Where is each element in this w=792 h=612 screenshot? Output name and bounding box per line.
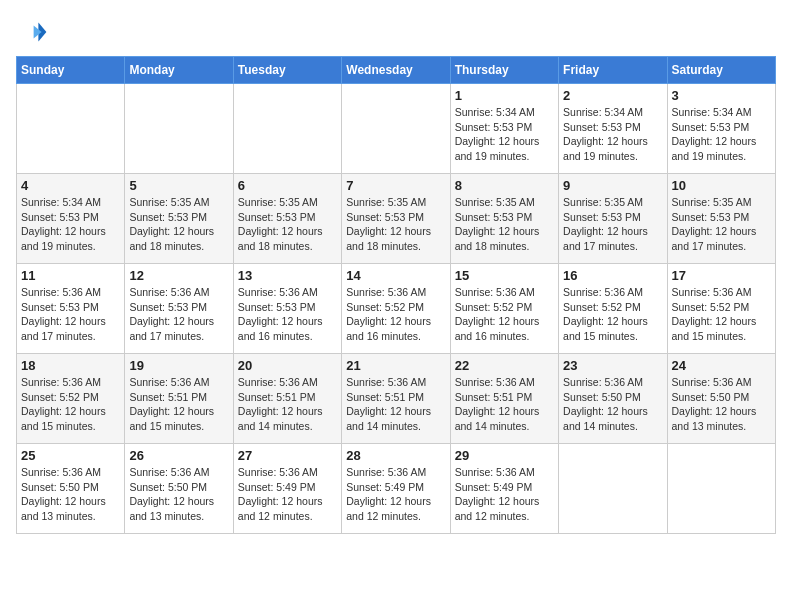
day-info: Sunrise: 5:34 AM Sunset: 5:53 PM Dayligh… bbox=[21, 195, 120, 254]
day-info: Sunrise: 5:36 AM Sunset: 5:51 PM Dayligh… bbox=[346, 375, 445, 434]
day-info: Sunrise: 5:36 AM Sunset: 5:51 PM Dayligh… bbox=[129, 375, 228, 434]
day-info: Sunrise: 5:35 AM Sunset: 5:53 PM Dayligh… bbox=[455, 195, 554, 254]
day-number: 15 bbox=[455, 268, 554, 283]
day-info: Sunrise: 5:35 AM Sunset: 5:53 PM Dayligh… bbox=[238, 195, 337, 254]
generalblue-logo-icon bbox=[16, 16, 48, 48]
day-info: Sunrise: 5:36 AM Sunset: 5:51 PM Dayligh… bbox=[455, 375, 554, 434]
calendar-cell: 7Sunrise: 5:35 AM Sunset: 5:53 PM Daylig… bbox=[342, 174, 450, 264]
day-number: 13 bbox=[238, 268, 337, 283]
day-info: Sunrise: 5:36 AM Sunset: 5:52 PM Dayligh… bbox=[455, 285, 554, 344]
calendar-cell: 11Sunrise: 5:36 AM Sunset: 5:53 PM Dayli… bbox=[17, 264, 125, 354]
week-row-2: 4Sunrise: 5:34 AM Sunset: 5:53 PM Daylig… bbox=[17, 174, 776, 264]
logo bbox=[16, 16, 52, 48]
day-info: Sunrise: 5:36 AM Sunset: 5:49 PM Dayligh… bbox=[346, 465, 445, 524]
day-info: Sunrise: 5:35 AM Sunset: 5:53 PM Dayligh… bbox=[346, 195, 445, 254]
day-info: Sunrise: 5:36 AM Sunset: 5:53 PM Dayligh… bbox=[129, 285, 228, 344]
calendar-cell: 22Sunrise: 5:36 AM Sunset: 5:51 PM Dayli… bbox=[450, 354, 558, 444]
calendar-cell: 28Sunrise: 5:36 AM Sunset: 5:49 PM Dayli… bbox=[342, 444, 450, 534]
calendar-cell: 27Sunrise: 5:36 AM Sunset: 5:49 PM Dayli… bbox=[233, 444, 341, 534]
day-number: 3 bbox=[672, 88, 771, 103]
day-number: 25 bbox=[21, 448, 120, 463]
day-number: 7 bbox=[346, 178, 445, 193]
day-number: 19 bbox=[129, 358, 228, 373]
day-number: 5 bbox=[129, 178, 228, 193]
day-info: Sunrise: 5:36 AM Sunset: 5:53 PM Dayligh… bbox=[238, 285, 337, 344]
day-number: 1 bbox=[455, 88, 554, 103]
calendar-cell: 5Sunrise: 5:35 AM Sunset: 5:53 PM Daylig… bbox=[125, 174, 233, 264]
day-info: Sunrise: 5:34 AM Sunset: 5:53 PM Dayligh… bbox=[672, 105, 771, 164]
day-number: 27 bbox=[238, 448, 337, 463]
weekday-header-saturday: Saturday bbox=[667, 57, 775, 84]
calendar-cell bbox=[233, 84, 341, 174]
calendar-cell: 26Sunrise: 5:36 AM Sunset: 5:50 PM Dayli… bbox=[125, 444, 233, 534]
calendar-cell: 9Sunrise: 5:35 AM Sunset: 5:53 PM Daylig… bbox=[559, 174, 667, 264]
calendar-cell: 19Sunrise: 5:36 AM Sunset: 5:51 PM Dayli… bbox=[125, 354, 233, 444]
day-number: 6 bbox=[238, 178, 337, 193]
day-number: 8 bbox=[455, 178, 554, 193]
calendar-cell: 6Sunrise: 5:35 AM Sunset: 5:53 PM Daylig… bbox=[233, 174, 341, 264]
calendar-cell bbox=[559, 444, 667, 534]
calendar-cell bbox=[125, 84, 233, 174]
weekday-header-row: SundayMondayTuesdayWednesdayThursdayFrid… bbox=[17, 57, 776, 84]
day-number: 29 bbox=[455, 448, 554, 463]
calendar-cell: 10Sunrise: 5:35 AM Sunset: 5:53 PM Dayli… bbox=[667, 174, 775, 264]
week-row-1: 1Sunrise: 5:34 AM Sunset: 5:53 PM Daylig… bbox=[17, 84, 776, 174]
day-info: Sunrise: 5:36 AM Sunset: 5:53 PM Dayligh… bbox=[21, 285, 120, 344]
day-info: Sunrise: 5:34 AM Sunset: 5:53 PM Dayligh… bbox=[455, 105, 554, 164]
calendar-cell bbox=[17, 84, 125, 174]
week-row-4: 18Sunrise: 5:36 AM Sunset: 5:52 PM Dayli… bbox=[17, 354, 776, 444]
weekday-header-tuesday: Tuesday bbox=[233, 57, 341, 84]
day-number: 24 bbox=[672, 358, 771, 373]
calendar-cell: 12Sunrise: 5:36 AM Sunset: 5:53 PM Dayli… bbox=[125, 264, 233, 354]
calendar-cell: 25Sunrise: 5:36 AM Sunset: 5:50 PM Dayli… bbox=[17, 444, 125, 534]
calendar-cell: 24Sunrise: 5:36 AM Sunset: 5:50 PM Dayli… bbox=[667, 354, 775, 444]
day-info: Sunrise: 5:36 AM Sunset: 5:52 PM Dayligh… bbox=[346, 285, 445, 344]
day-info: Sunrise: 5:35 AM Sunset: 5:53 PM Dayligh… bbox=[129, 195, 228, 254]
day-number: 21 bbox=[346, 358, 445, 373]
calendar-cell: 23Sunrise: 5:36 AM Sunset: 5:50 PM Dayli… bbox=[559, 354, 667, 444]
calendar-cell: 16Sunrise: 5:36 AM Sunset: 5:52 PM Dayli… bbox=[559, 264, 667, 354]
day-number: 2 bbox=[563, 88, 662, 103]
weekday-header-wednesday: Wednesday bbox=[342, 57, 450, 84]
calendar-table: SundayMondayTuesdayWednesdayThursdayFrid… bbox=[16, 56, 776, 534]
day-info: Sunrise: 5:36 AM Sunset: 5:49 PM Dayligh… bbox=[455, 465, 554, 524]
calendar-cell: 18Sunrise: 5:36 AM Sunset: 5:52 PM Dayli… bbox=[17, 354, 125, 444]
weekday-header-sunday: Sunday bbox=[17, 57, 125, 84]
day-number: 14 bbox=[346, 268, 445, 283]
calendar-cell bbox=[342, 84, 450, 174]
calendar-cell bbox=[667, 444, 775, 534]
day-number: 26 bbox=[129, 448, 228, 463]
day-number: 16 bbox=[563, 268, 662, 283]
day-info: Sunrise: 5:35 AM Sunset: 5:53 PM Dayligh… bbox=[672, 195, 771, 254]
calendar-cell: 4Sunrise: 5:34 AM Sunset: 5:53 PM Daylig… bbox=[17, 174, 125, 264]
calendar-cell: 8Sunrise: 5:35 AM Sunset: 5:53 PM Daylig… bbox=[450, 174, 558, 264]
day-info: Sunrise: 5:36 AM Sunset: 5:50 PM Dayligh… bbox=[563, 375, 662, 434]
calendar-cell: 14Sunrise: 5:36 AM Sunset: 5:52 PM Dayli… bbox=[342, 264, 450, 354]
day-info: Sunrise: 5:36 AM Sunset: 5:52 PM Dayligh… bbox=[21, 375, 120, 434]
day-number: 17 bbox=[672, 268, 771, 283]
week-row-3: 11Sunrise: 5:36 AM Sunset: 5:53 PM Dayli… bbox=[17, 264, 776, 354]
day-number: 18 bbox=[21, 358, 120, 373]
day-number: 9 bbox=[563, 178, 662, 193]
weekday-header-thursday: Thursday bbox=[450, 57, 558, 84]
day-info: Sunrise: 5:34 AM Sunset: 5:53 PM Dayligh… bbox=[563, 105, 662, 164]
day-number: 22 bbox=[455, 358, 554, 373]
calendar-cell: 2Sunrise: 5:34 AM Sunset: 5:53 PM Daylig… bbox=[559, 84, 667, 174]
day-number: 12 bbox=[129, 268, 228, 283]
day-number: 28 bbox=[346, 448, 445, 463]
day-info: Sunrise: 5:36 AM Sunset: 5:50 PM Dayligh… bbox=[21, 465, 120, 524]
calendar-cell: 13Sunrise: 5:36 AM Sunset: 5:53 PM Dayli… bbox=[233, 264, 341, 354]
calendar-cell: 17Sunrise: 5:36 AM Sunset: 5:52 PM Dayli… bbox=[667, 264, 775, 354]
weekday-header-friday: Friday bbox=[559, 57, 667, 84]
day-number: 10 bbox=[672, 178, 771, 193]
calendar-cell: 3Sunrise: 5:34 AM Sunset: 5:53 PM Daylig… bbox=[667, 84, 775, 174]
calendar-cell: 1Sunrise: 5:34 AM Sunset: 5:53 PM Daylig… bbox=[450, 84, 558, 174]
day-number: 20 bbox=[238, 358, 337, 373]
calendar-cell: 29Sunrise: 5:36 AM Sunset: 5:49 PM Dayli… bbox=[450, 444, 558, 534]
calendar-cell: 15Sunrise: 5:36 AM Sunset: 5:52 PM Dayli… bbox=[450, 264, 558, 354]
day-info: Sunrise: 5:36 AM Sunset: 5:52 PM Dayligh… bbox=[563, 285, 662, 344]
day-info: Sunrise: 5:36 AM Sunset: 5:50 PM Dayligh… bbox=[129, 465, 228, 524]
day-number: 23 bbox=[563, 358, 662, 373]
day-info: Sunrise: 5:36 AM Sunset: 5:52 PM Dayligh… bbox=[672, 285, 771, 344]
day-number: 4 bbox=[21, 178, 120, 193]
